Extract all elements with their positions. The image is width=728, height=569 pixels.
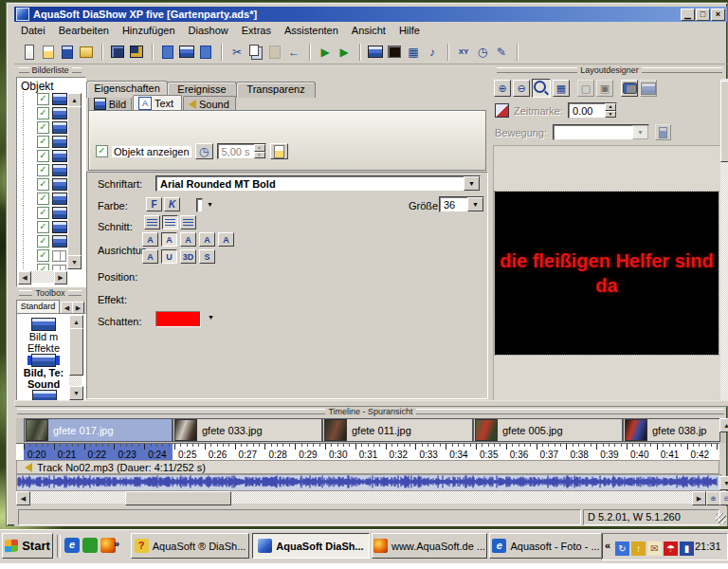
update-icon[interactable]: ↻ [615, 541, 629, 556]
tree-item-checkbox[interactable]: ✓ [37, 121, 49, 134]
toolbox-item-1[interactable]: Bild mEffekte [17, 318, 70, 354]
menu-item-assistenten[interactable]: Assistenten [278, 24, 345, 38]
timeline-hscrollbar[interactable] [16, 491, 704, 504]
bold-button[interactable]: F [146, 197, 162, 211]
menu-item-hinzufügen[interactable]: Hinzufügen [116, 24, 182, 38]
bilderliste-header[interactable]: Bilderliste [16, 65, 84, 75]
layout-scroll-thumb[interactable] [720, 81, 728, 162]
xy-coordinates-icon[interactable]: XY [455, 44, 472, 61]
tree-item-checkbox[interactable]: ✓ [37, 136, 49, 148]
screen-view-icon[interactable] [386, 44, 403, 61]
add-icon[interactable] [159, 44, 176, 61]
motion-combobox[interactable]: ▼ [553, 124, 649, 140]
slide-preview[interactable]: die fleißigen Helfer sind da [495, 192, 719, 355]
tree-item-checkbox[interactable]: ✓ [37, 164, 49, 176]
align-objects-icon[interactable]: ▢ [577, 80, 594, 97]
timeline-scroll-right-icon[interactable]: ▶ [692, 491, 706, 505]
duration-field[interactable]: 5,00 s ▲▼ [217, 143, 266, 159]
menu-item-hilfe[interactable]: Hilfe [392, 24, 427, 38]
tree-item-checkbox[interactable]: ✓ [37, 93, 49, 105]
text-style-a-button[interactable]: A [218, 232, 234, 247]
tree-scroll-thumb[interactable] [67, 106, 82, 256]
zoom-in-icon[interactable]: ⊕ [494, 80, 511, 97]
subtab-text[interactable]: A Text [133, 95, 182, 110]
size-combobox[interactable]: 36 ▼ [439, 196, 484, 212]
tree-item-checkbox[interactable]: ✓ [37, 207, 49, 219]
open-folder-icon[interactable] [78, 44, 95, 61]
layoutdesigner-header[interactable]: Layoutdesigner [494, 65, 725, 75]
tree-item[interactable]: ✓ [16, 234, 67, 248]
minimize-button[interactable]: ▁ [681, 9, 695, 21]
task-button[interactable]: ?AquaSoft ® DiaSh... [131, 533, 249, 559]
timeline-header[interactable]: Timeline - Spuransicht [14, 407, 727, 416]
timeline-scroll-left-icon[interactable]: ◀ [16, 491, 30, 505]
toolbox-scroll-up-icon[interactable]: ▲ [69, 315, 83, 329]
tree-item-checkbox[interactable]: ✓ [37, 221, 49, 233]
add-image-icon[interactable] [178, 44, 195, 61]
subtab-sound[interactable]: Sound [183, 96, 236, 111]
align-center-button[interactable] [162, 215, 178, 229]
tree-item-checkbox[interactable]: ✓ [37, 193, 49, 205]
duration-folder-button[interactable] [270, 143, 288, 159]
timeline-clip[interactable]: gfete 038.jp [623, 418, 720, 442]
italic-button[interactable]: K [164, 197, 180, 211]
menu-item-bearbeiten[interactable]: Bearbeiten [52, 24, 116, 38]
timeline-clip[interactable]: gfete 033.jpg [173, 418, 322, 442]
tree-item-checkbox[interactable]: ✓ [37, 249, 49, 262]
preview-text-line2[interactable]: da [595, 273, 617, 298]
zoom-out-icon[interactable]: ⊖ [513, 80, 530, 97]
toolbox-header[interactable]: Toolbox [16, 288, 84, 298]
magnifier-icon[interactable] [532, 79, 551, 98]
font-combobox[interactable]: Arial Rounded MT Bold ▼ [155, 175, 481, 192]
align-left-button[interactable] [144, 215, 160, 229]
timeline-zoom-in-icon[interactable]: ⊕ [706, 491, 720, 505]
new-document-icon[interactable] [21, 44, 38, 61]
task-button[interactable]: www.AquaSoft.de ... [372, 533, 487, 559]
open-project-icon[interactable] [40, 44, 57, 61]
tree-item[interactable]: ✓ [16, 192, 67, 206]
tree-item-checkbox[interactable]: ✓ [37, 178, 49, 191]
fit-object-icon[interactable]: ▣ [596, 80, 613, 97]
text-style-s-button[interactable]: S [199, 249, 215, 264]
duration-clock-icon[interactable]: ◷ [195, 143, 213, 159]
timeline-clip[interactable]: gfete 017.jpg [24, 418, 173, 442]
tree-scroll-left-icon[interactable]: ◀ [18, 271, 31, 284]
tree-scroll-down-icon[interactable]: ▼ [67, 255, 82, 269]
tree-item-checkbox[interactable]: ✓ [37, 107, 49, 119]
maximize-button[interactable]: □ [696, 9, 710, 21]
tree-item[interactable]: ✓ [16, 248, 66, 263]
align-right-button[interactable] [180, 215, 196, 229]
text-style-u-button[interactable]: U [161, 249, 177, 264]
image-view-icon[interactable] [367, 44, 384, 61]
waveform-scroll-down-icon[interactable]: ▼ [719, 476, 728, 490]
motion-dropdown-icon[interactable]: ▼ [632, 125, 648, 139]
tree-column-header[interactable]: Objekt [17, 78, 85, 93]
shadow-color-swatch[interactable] [155, 311, 201, 327]
tree-item[interactable]: ✓ [16, 206, 67, 220]
tree-item[interactable]: ✓ [16, 106, 67, 120]
timemark-field[interactable]: 0.00 ▲▼ [568, 102, 617, 119]
export-image-icon[interactable] [640, 80, 657, 97]
tree-item[interactable]: ✓ [16, 120, 67, 135]
cut-icon[interactable]: ✂ [228, 44, 246, 61]
antivirus-umbrella-icon[interactable]: ☂ [664, 541, 678, 556]
text-style-3d-button[interactable]: 3D [180, 249, 196, 264]
menu-item-diashow[interactable]: Diashow [182, 24, 235, 38]
tree-scroll-up-icon[interactable]: ▲ [67, 93, 82, 107]
tray-chevron-icon[interactable]: « [605, 540, 610, 551]
internet-explorer-icon[interactable]: e [64, 538, 80, 553]
music-icon[interactable]: ♪ [424, 44, 441, 61]
save-motion-icon[interactable] [655, 124, 671, 140]
tree-item[interactable]: ✓ [16, 177, 67, 192]
waveform-track[interactable] [16, 474, 721, 491]
close-button[interactable]: × [711, 9, 725, 21]
tree-item[interactable]: ✓ [16, 92, 67, 106]
tree-item[interactable]: ✓ [16, 135, 67, 149]
play-icon[interactable]: ▶ [317, 44, 334, 61]
edit-pencil-icon[interactable]: ✎ [493, 44, 510, 61]
toolbox-item-2[interactable]: Bild, Te:Sound [17, 354, 70, 390]
tree-item[interactable]: ✓ [16, 263, 66, 270]
tree-item[interactable]: ✓ [16, 149, 67, 163]
size-dropdown-icon[interactable]: ▼ [467, 197, 483, 211]
timeline-splitter[interactable] [14, 400, 728, 407]
